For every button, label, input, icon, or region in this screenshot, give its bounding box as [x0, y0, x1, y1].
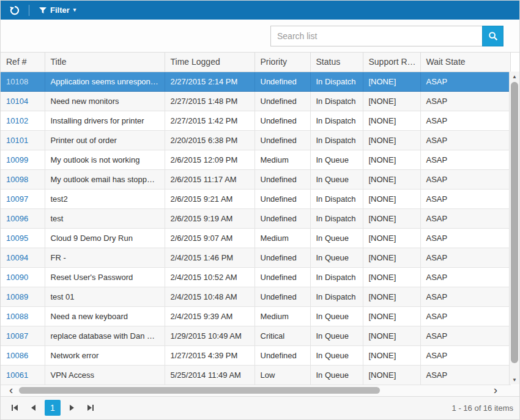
ref-link[interactable]: 10061	[6, 370, 28, 380]
horizontal-scrollbar[interactable]: ‹ ›	[1, 385, 519, 396]
cell-support: [NONE]	[363, 287, 420, 306]
column-header-support-rep[interactable]: Support R…	[363, 53, 420, 72]
cell-status: In Queue	[310, 326, 363, 345]
cell-support: [NONE]	[363, 72, 420, 91]
cell-wait: ASAP	[420, 208, 510, 228]
ref-link[interactable]: 10090	[6, 273, 28, 282]
table-row[interactable]: 10086Network error1/27/2015 4:39 PMUndef…	[1, 345, 510, 365]
ref-link[interactable]: 10095	[6, 234, 28, 243]
table-row[interactable]: 10104Need new monitors2/27/2015 1:48 PMU…	[1, 91, 510, 111]
ref-link[interactable]: 10088	[6, 312, 28, 321]
cell-status: In Dispatch	[310, 111, 363, 130]
table-row[interactable]: 10099My outlook is not working2/6/2015 1…	[1, 150, 510, 169]
ref-link[interactable]: 10102	[6, 116, 28, 125]
table-row[interactable]: 10094FR -2/4/2015 1:46 PMUndefinedIn Que…	[1, 248, 510, 267]
cell-support: [NONE]	[363, 111, 420, 130]
vertical-scroll-thumb[interactable]	[511, 82, 518, 363]
filter-funnel-icon	[39, 7, 46, 14]
column-header-priority[interactable]: Priority	[254, 53, 310, 72]
previous-page-button[interactable]	[26, 400, 42, 416]
table-row[interactable]: 10098My outlook email has stopp…2/6/2015…	[1, 169, 510, 189]
refresh-button[interactable]	[7, 4, 23, 17]
horizontal-scroll-thumb[interactable]	[19, 387, 380, 394]
ref-link[interactable]: 10097	[6, 194, 28, 204]
refresh-icon	[9, 5, 20, 16]
table-row[interactable]: 10087replace database with Dan S…1/29/20…	[1, 326, 510, 345]
cell-title: FR -	[45, 248, 165, 267]
cell-status: In Queue	[310, 365, 363, 385]
cell-time: 2/4/2015 9:39 AM	[165, 306, 254, 326]
cell-status: In Dispatch	[310, 208, 363, 228]
search-toolbar	[1, 20, 519, 53]
table-row[interactable]: 10095Cloud 9 Demo Dry Run2/6/2015 9:07 A…	[1, 228, 510, 248]
first-page-button[interactable]	[7, 400, 23, 416]
last-page-button[interactable]	[83, 400, 98, 416]
pager: 1 1 - 16 of 16 items	[1, 396, 519, 420]
table-row[interactable]: 10101Printer out of order2/20/2015 6:38 …	[1, 130, 510, 150]
cell-ref: 10097	[1, 189, 45, 208]
table-row[interactable]: 10096test2/6/2015 9:19 AMUndefinedIn Dis…	[1, 208, 510, 228]
cell-title: Network error	[45, 345, 165, 365]
cell-priority: Critical	[254, 326, 310, 345]
column-header-time-logged[interactable]: Time Logged	[165, 53, 254, 72]
cell-wait: ASAP	[420, 365, 510, 385]
column-header-wait-state[interactable]: Wait State	[420, 53, 510, 72]
table-row[interactable]: 10102Installing drivers for printer2/27/…	[1, 111, 510, 130]
cell-ref: 10096	[1, 208, 45, 228]
filter-dropdown-button[interactable]: Filter ▾	[35, 5, 80, 15]
cell-ref: 10090	[1, 267, 45, 287]
ref-link[interactable]: 10108	[6, 77, 28, 86]
cell-priority: Medium	[254, 150, 310, 169]
cell-time: 2/4/2015 10:48 AM	[165, 287, 254, 306]
cell-ref: 10095	[1, 228, 45, 248]
cell-wait: ASAP	[420, 287, 510, 306]
cell-time: 2/20/2015 6:38 PM	[165, 130, 254, 150]
cell-support: [NONE]	[363, 248, 420, 267]
ref-link[interactable]: 10086	[6, 351, 28, 360]
ref-link[interactable]: 10099	[6, 155, 28, 164]
ref-link[interactable]: 10096	[6, 214, 28, 223]
cell-wait: ASAP	[420, 345, 510, 365]
search-input[interactable]	[270, 26, 483, 46]
scroll-down-arrow-icon[interactable]: ▼	[510, 375, 519, 385]
table-row[interactable]: 10097test22/6/2015 9:21 AMUndefinedIn Di…	[1, 189, 510, 208]
table-row[interactable]: 10061VPN Access5/25/2014 11:49 AMLowIn Q…	[1, 365, 510, 385]
ref-link[interactable]: 10101	[6, 136, 28, 145]
cell-title: Printer out of order	[45, 130, 165, 150]
ref-link[interactable]: 10087	[6, 331, 28, 341]
column-header-title[interactable]: Title	[45, 53, 165, 72]
table-row[interactable]: 10108Application seems unrespon…2/27/201…	[1, 72, 510, 91]
ref-link[interactable]: 10094	[6, 253, 28, 262]
cell-support: [NONE]	[363, 228, 420, 248]
ref-link[interactable]: 10098	[6, 175, 28, 184]
ref-link[interactable]: 10104	[6, 97, 28, 106]
scroll-up-arrow-icon[interactable]: ▲	[510, 72, 519, 81]
cell-status: In Queue	[310, 228, 363, 248]
column-header-ref[interactable]: Ref #	[1, 53, 45, 72]
ticket-list-app: Filter ▾ Ref # Title Ti	[0, 0, 520, 420]
cell-time: 2/4/2015 10:52 AM	[165, 267, 254, 287]
table-row[interactable]: 10089test 012/4/2015 10:48 AMUndefinedIn…	[1, 287, 510, 306]
column-header-status[interactable]: Status	[310, 53, 363, 72]
cell-status: In Queue	[310, 150, 363, 169]
page-1-button[interactable]: 1	[45, 400, 61, 416]
cell-priority: Medium	[254, 306, 310, 326]
cell-title: Need new monitors	[45, 91, 165, 111]
search-button[interactable]	[482, 26, 503, 46]
cell-title: My outlook is not working	[45, 150, 165, 169]
vertical-scrollbar[interactable]: ▲ ▼	[509, 72, 519, 385]
cell-support: [NONE]	[363, 169, 420, 189]
cell-title: replace database with Dan S…	[45, 326, 165, 345]
ref-link[interactable]: 10089	[6, 292, 28, 301]
next-page-button[interactable]	[64, 400, 80, 416]
table-row[interactable]: 10088Need a new keyboard2/4/2015 9:39 AM…	[1, 306, 510, 326]
scroll-right-chevron-icon[interactable]: ›	[494, 384, 497, 396]
cell-priority: Undefined	[254, 345, 310, 365]
table-row[interactable]: 10090Reset User's Password2/4/2015 10:52…	[1, 267, 510, 287]
scroll-left-chevron-icon[interactable]: ‹	[9, 384, 13, 396]
cell-time: 2/4/2015 1:46 PM	[165, 248, 254, 267]
cell-title: test 01	[45, 287, 165, 306]
cell-status: In Dispatch	[310, 267, 363, 287]
cell-priority: Undefined	[254, 287, 310, 306]
cell-priority: Undefined	[254, 208, 310, 228]
